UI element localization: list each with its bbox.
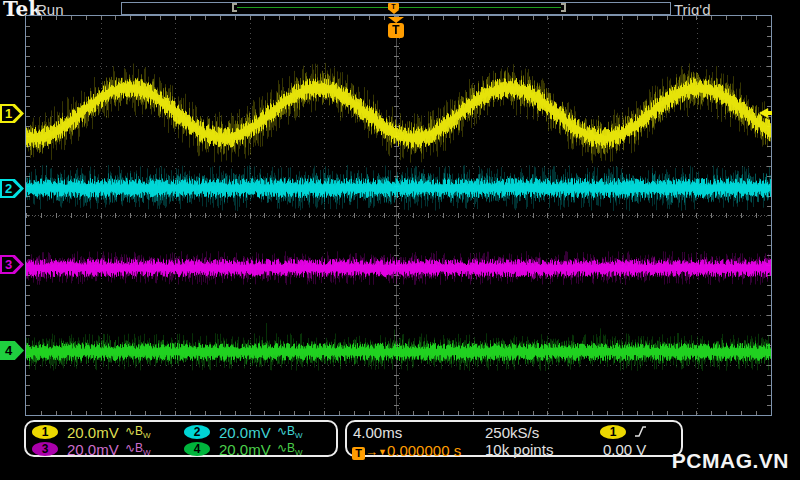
trigger-position-mini-marker[interactable]: T (388, 3, 399, 14)
channel-2-scale: 20.0mV (219, 424, 277, 441)
coupling-icon: ∿ (125, 441, 135, 455)
record-length-readout: 10k points (485, 441, 553, 458)
watermark: PCMAG.VN (672, 449, 789, 473)
channel-1-scale: 20.0mV (67, 424, 125, 441)
sample-rate-readout: 250kS/s (485, 424, 539, 441)
scope-root: Tek Run T Trig'd T 1 2 3 4 (0, 0, 800, 480)
waveform-canvas (26, 16, 771, 415)
bandwidth-icon: BW (135, 441, 151, 455)
arrow-right-icon: → (365, 444, 378, 459)
record-view-line (237, 7, 561, 8)
arrow-tail (768, 111, 772, 115)
channel-marker-3[interactable]: 3 (0, 255, 24, 274)
marker-label: 4 (0, 341, 17, 360)
channel-marker-2[interactable]: 2 (0, 179, 24, 198)
channel-marker-4[interactable]: 4 (0, 341, 24, 360)
trigger-source-badge[interactable]: 1 (600, 425, 626, 439)
channel-3-readout[interactable]: 3 20.0mV ∿BW (32, 441, 151, 457)
triangle-down-icon (389, 10, 399, 14)
bandwidth-icon: BW (135, 424, 151, 438)
trigger-t-badge: T (388, 23, 404, 38)
channel-2-badge: 2 (184, 425, 210, 439)
horizontal-trigger-readout-box: 4.00ms 250kS/s 1 T→▼0.000000 s 10k point… (345, 420, 683, 457)
coupling-icon: ∿ (277, 424, 287, 438)
channel-marker-1[interactable]: 1 (0, 104, 24, 123)
coupling-icon: ∿ (277, 441, 287, 455)
channel-3-scale: 20.0mV (67, 441, 125, 458)
trigger-t-icon: T (352, 447, 365, 460)
channel-1-badge: 1 (32, 425, 58, 439)
mini-trigger-t-badge: T (388, 3, 399, 10)
channel-1-readout[interactable]: 1 20.0mV ∿BW (32, 424, 151, 440)
trigger-level-marker[interactable] (759, 108, 772, 118)
triangle-down-icon: ▼ (378, 447, 387, 457)
channel-readout-box: 1 20.0mV ∿BW 2 20.0mV ∿BW 3 20.0mV ∿BW 4… (24, 420, 338, 457)
bandwidth-icon: BW (287, 424, 303, 438)
channel-4-badge: 4 (184, 442, 210, 456)
marker-label: 2 (0, 179, 17, 198)
channel-4-readout[interactable]: 4 20.0mV ∿BW (184, 441, 303, 457)
marker-label: 3 (0, 255, 17, 274)
channel-4-scale: 20.0mV (219, 441, 277, 458)
channel-2-readout[interactable]: 2 20.0mV ∿BW (184, 424, 303, 440)
acquisition-preview-bar[interactable]: T (121, 2, 671, 15)
bandwidth-icon: BW (287, 441, 303, 455)
graticule (25, 15, 772, 416)
rising-slope-icon (633, 424, 648, 439)
horizontal-scale-readout[interactable]: 4.00ms (353, 424, 402, 441)
marker-label: 1 (0, 104, 17, 123)
window-bracket-right-icon (561, 3, 566, 12)
coupling-icon: ∿ (125, 424, 135, 438)
trigger-position-readout[interactable]: T→▼0.000000 s (352, 442, 461, 460)
channel-3-badge: 3 (32, 442, 58, 456)
arrow-left-icon (759, 108, 768, 118)
trigger-position-marker[interactable]: T (388, 17, 404, 38)
trigger-position-value: 0.000000 s (387, 442, 461, 459)
trigger-level-readout[interactable]: 0.00 V (603, 441, 646, 458)
